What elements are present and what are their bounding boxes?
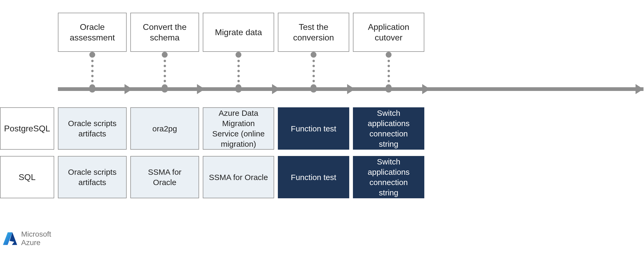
- arrow-head-icon: [125, 84, 132, 94]
- phase-convert-schema: Convert the schema: [130, 13, 199, 52]
- connector-dots-icon: [386, 52, 392, 90]
- cell-text: Switch applications connection string: [359, 157, 418, 198]
- row-label-text: SQL: [19, 172, 35, 182]
- cell-text: Switch applications connection string: [359, 108, 418, 149]
- connector-dots-icon: [162, 52, 168, 90]
- azure-brand-text: Microsoft Azure: [21, 230, 51, 247]
- cell-pg-assessment: Oracle scripts artifacts: [58, 107, 127, 150]
- arrow-head-icon: [272, 84, 280, 94]
- row-sql: SQL Oracle scripts artifacts SSMA for Or…: [0, 156, 499, 198]
- row-label-sql: SQL: [0, 156, 54, 198]
- cell-text: Function test: [291, 172, 336, 182]
- cell-text: ora2pg: [152, 123, 177, 134]
- azure-brand: Microsoft Azure: [3, 230, 51, 247]
- azure-logo-icon: [3, 231, 17, 246]
- diagram-canvas: Oracle assessment Convert the schema Mig…: [0, 0, 644, 262]
- phase-label: Migrate data: [215, 27, 262, 38]
- connector-dots-icon: [311, 52, 316, 90]
- phase-oracle-assessment: Oracle assessment: [58, 13, 127, 52]
- row-postgresql: PostgreSQL Oracle scripts artifacts ora2…: [0, 107, 499, 150]
- brand-line-1: Microsoft: [21, 230, 51, 238]
- brand-line-2: Azure: [21, 238, 51, 247]
- phase-label: Convert the schema: [136, 22, 194, 43]
- arrow-head-icon: [422, 84, 430, 94]
- cell-text: Azure Data Migration Service (online mig…: [209, 108, 268, 149]
- arrow-head-icon: [197, 84, 205, 94]
- cell-pg-convert: ora2pg: [130, 107, 199, 150]
- cell-text: Oracle scripts artifacts: [64, 167, 121, 187]
- cell-sql-cutover: Switch applications connection string: [353, 156, 424, 198]
- cell-sql-assessment: Oracle scripts artifacts: [58, 156, 127, 198]
- phase-test-conversion: Test the conversion: [278, 13, 349, 52]
- cell-sql-convert: SSMA for Oracle: [130, 156, 199, 198]
- phase-migrate-data: Migrate data: [203, 13, 274, 52]
- connector-dots-icon: [236, 52, 241, 90]
- phase-header-row: Oracle assessment Convert the schema Mig…: [0, 13, 499, 52]
- phase-label: Oracle assessment: [63, 22, 121, 43]
- cell-text: SSMA for Oracle: [136, 167, 193, 187]
- header-spacer: [0, 13, 54, 52]
- phase-label: Application cutover: [358, 22, 419, 43]
- connector-dots-icon: [89, 52, 95, 90]
- arrow-head-icon: [636, 84, 643, 94]
- cell-sql-migrate: SSMA for Oracle: [203, 156, 274, 198]
- phase-application-cutover: Application cutover: [353, 13, 424, 52]
- arrow-head-icon: [347, 84, 355, 94]
- cell-pg-migrate: Azure Data Migration Service (online mig…: [203, 107, 274, 150]
- cell-pg-test: Function test: [278, 107, 349, 150]
- cell-sql-test: Function test: [278, 156, 349, 198]
- phase-label: Test the conversion: [283, 22, 344, 43]
- cell-text: Oracle scripts artifacts: [64, 118, 121, 139]
- row-label-text: PostgreSQL: [4, 124, 50, 134]
- cell-pg-cutover: Switch applications connection string: [353, 107, 424, 150]
- row-label-postgresql: PostgreSQL: [0, 107, 54, 150]
- cell-text: Function test: [291, 123, 336, 134]
- cell-text: SSMA for Oracle: [209, 172, 268, 182]
